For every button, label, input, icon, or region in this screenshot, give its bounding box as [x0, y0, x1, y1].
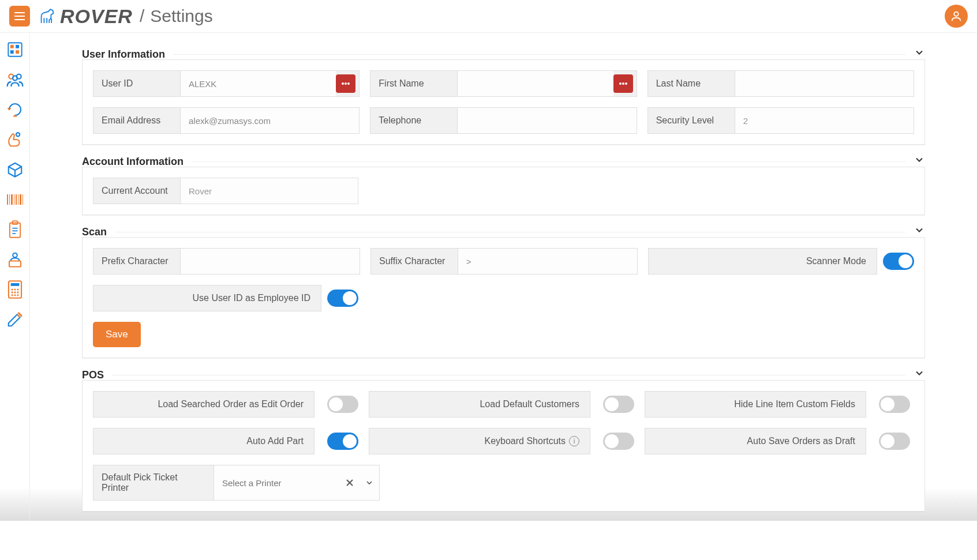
user-id-lookup-button[interactable] — [336, 74, 355, 93]
svg-rect-17 — [23, 194, 23, 205]
clipboard-icon[interactable] — [5, 220, 25, 239]
load-searched-toggle[interactable] — [327, 396, 358, 413]
default-printer-input[interactable] — [214, 471, 340, 495]
ellipsis-icon — [341, 82, 350, 85]
section-title: Scan — [82, 226, 107, 238]
telephone-input[interactable] — [457, 108, 636, 133]
svg-rect-12 — [11, 194, 13, 205]
suffix-char-input[interactable] — [458, 249, 637, 274]
svg-point-29 — [17, 288, 18, 290]
svg-point-30 — [11, 291, 13, 293]
auto-save-draft-label: Auto Save Orders as Draft — [645, 429, 866, 454]
ops-icon[interactable] — [5, 250, 25, 269]
svg-rect-16 — [20, 194, 21, 205]
telephone-label: Telephone — [370, 108, 457, 133]
svg-rect-1 — [8, 43, 21, 56]
svg-point-32 — [17, 291, 18, 293]
users-icon[interactable] — [5, 70, 25, 89]
svg-rect-15 — [18, 194, 18, 205]
email-input[interactable] — [180, 108, 359, 133]
svg-rect-14 — [16, 194, 17, 205]
dashboard-icon[interactable] — [5, 40, 25, 59]
menu-button[interactable] — [9, 6, 30, 27]
section-account-info: Account Information Current Account — [82, 154, 925, 215]
svg-point-38 — [347, 82, 350, 85]
app-name: ROVER — [60, 5, 133, 28]
calc-icon[interactable] — [5, 280, 25, 299]
svg-point-9 — [16, 133, 19, 136]
auto-add-part-label: Auto Add Part — [93, 429, 314, 454]
security-level-label: Security Level — [648, 108, 735, 133]
collapse-toggle[interactable] — [914, 367, 925, 382]
ellipsis-icon — [619, 82, 628, 85]
clear-printer-button[interactable] — [340, 469, 360, 496]
use-user-id-label: Use User ID as Employee ID — [93, 285, 321, 311]
hide-custom-toggle[interactable] — [879, 396, 910, 413]
svg-rect-3 — [16, 45, 19, 48]
user-id-label: User ID — [93, 71, 180, 96]
auto-add-part-toggle[interactable] — [327, 433, 358, 450]
person-icon — [950, 10, 963, 22]
keyboard-shortcuts-label: Keyboard Shortcutsi — [369, 429, 590, 454]
collapse-toggle[interactable] — [914, 154, 925, 169]
load-default-cust-label: Load Default Customers — [369, 392, 590, 417]
hide-custom-label: Hide Line Item Custom Fields — [645, 392, 866, 417]
app-header: ROVER / Settings — [0, 0, 977, 33]
load-default-cust-toggle[interactable] — [603, 396, 634, 413]
user-avatar-button[interactable] — [945, 5, 968, 28]
default-printer-select[interactable] — [214, 465, 380, 501]
svg-point-34 — [14, 294, 16, 296]
svg-point-27 — [11, 288, 13, 290]
svg-rect-2 — [10, 45, 13, 48]
pencil-icon[interactable] — [5, 310, 25, 329]
scanner-mode-toggle[interactable] — [883, 253, 914, 270]
svg-rect-4 — [10, 50, 13, 54]
current-account-input[interactable] — [180, 178, 358, 204]
chevron-down-icon — [914, 154, 925, 166]
svg-point-31 — [14, 291, 16, 293]
printer-dropdown-caret[interactable] — [360, 469, 379, 496]
svg-rect-24 — [9, 261, 21, 267]
save-button[interactable]: Save — [93, 322, 141, 347]
svg-rect-11 — [9, 194, 10, 205]
sidebar — [0, 33, 30, 521]
default-printer-label: Default Pick Ticket Printer — [93, 465, 214, 500]
scanner-mode-label: Scanner Mode — [649, 249, 877, 274]
first-name-input[interactable] — [457, 71, 613, 96]
svg-rect-18 — [9, 223, 20, 238]
svg-point-41 — [625, 82, 627, 85]
svg-rect-26 — [10, 283, 19, 286]
last-name-input[interactable] — [735, 71, 914, 96]
svg-point-33 — [11, 294, 13, 296]
page-title: Settings — [150, 6, 212, 26]
use-user-id-toggle[interactable] — [327, 290, 358, 307]
current-account-label: Current Account — [93, 178, 180, 204]
user-id-input[interactable] — [180, 71, 336, 96]
section-title: POS — [82, 369, 104, 381]
chevron-down-icon — [914, 47, 925, 58]
suffix-char-label: Suffix Character — [371, 249, 458, 274]
last-name-label: Last Name — [648, 71, 735, 96]
prefix-char-label: Prefix Character — [93, 249, 180, 274]
hands-icon[interactable] — [5, 130, 25, 149]
refresh-icon[interactable] — [5, 100, 25, 119]
close-icon — [346, 479, 354, 487]
chevron-down-icon — [914, 367, 925, 379]
svg-point-28 — [14, 288, 16, 290]
box-icon[interactable] — [5, 160, 25, 179]
first-name-lookup-button[interactable] — [613, 74, 633, 93]
svg-point-36 — [342, 82, 344, 85]
section-title: Account Information — [82, 156, 184, 168]
auto-save-draft-toggle[interactable] — [879, 433, 910, 450]
svg-point-0 — [954, 12, 958, 16]
chevron-down-icon — [914, 224, 925, 236]
svg-point-35 — [17, 294, 18, 296]
prefix-char-input[interactable] — [180, 249, 360, 274]
collapse-toggle[interactable] — [914, 224, 925, 239]
info-icon[interactable]: i — [569, 436, 579, 446]
barcode-icon[interactable] — [5, 190, 25, 209]
collapse-toggle[interactable] — [914, 47, 925, 62]
keyboard-shortcuts-toggle[interactable] — [603, 433, 634, 450]
svg-rect-13 — [14, 194, 14, 205]
security-level-input[interactable] — [735, 108, 914, 133]
